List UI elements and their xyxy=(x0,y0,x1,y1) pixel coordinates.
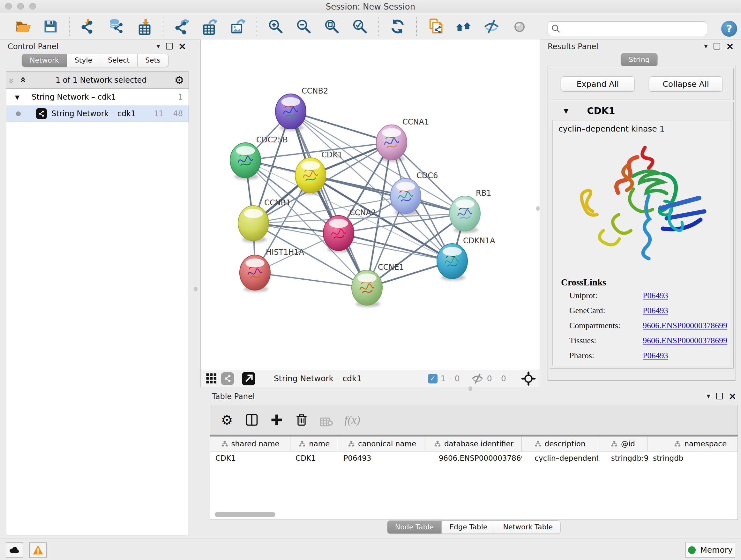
table-cell[interactable]: CDK1 xyxy=(290,451,338,466)
chevron-down-icon[interactable]: ▼ xyxy=(563,107,568,115)
zoom-out-icon[interactable] xyxy=(295,17,313,36)
network-node-CDK1[interactable]: CDK1 xyxy=(295,150,342,195)
delete-table-icon[interactable] xyxy=(318,412,335,428)
zoom-fit-icon[interactable] xyxy=(323,17,341,36)
expand-all-button[interactable]: Expand All xyxy=(561,76,635,91)
table-cell[interactable]: stringdb xyxy=(648,451,738,466)
network-node-CDC25B[interactable]: CDC25B xyxy=(230,135,288,180)
delete-column-icon[interactable] xyxy=(293,412,310,428)
crosslink-link[interactable]: P06493 xyxy=(643,291,668,300)
grid-view-icon[interactable] xyxy=(205,372,218,385)
memory-button[interactable]: Memory xyxy=(685,542,735,558)
export-image-icon[interactable] xyxy=(229,17,247,36)
splitter-handle[interactable] xyxy=(468,386,472,391)
memory-status-dot xyxy=(688,546,696,554)
network-tree-item[interactable]: String Network – cdk11148 xyxy=(6,105,189,122)
network-edge[interactable] xyxy=(291,111,367,288)
save-session-icon[interactable] xyxy=(42,17,59,36)
birdseye-target-icon[interactable] xyxy=(521,371,536,386)
function-builder-icon[interactable]: f(x) xyxy=(344,413,360,427)
panel-collapse-icon[interactable]: ▼ xyxy=(704,44,708,49)
panel-close-icon[interactable]: × xyxy=(729,393,737,399)
expand-all-icon[interactable]: » xyxy=(17,75,28,85)
collapse-all-button[interactable]: Collapse All xyxy=(649,76,723,91)
refresh-icon[interactable] xyxy=(389,17,407,36)
zoom-selected-icon[interactable] xyxy=(351,17,369,36)
import-table-file-icon[interactable] xyxy=(135,17,153,36)
collapse-all-icon[interactable]: » xyxy=(6,75,17,85)
export-network-icon[interactable] xyxy=(173,17,191,36)
network-node-CCNB2[interactable]: CCNB2 xyxy=(275,86,328,131)
warning-icon[interactable] xyxy=(29,543,47,558)
table-cell[interactable]: stringdb:9... xyxy=(598,451,648,466)
gear-icon[interactable]: ⚙ xyxy=(175,75,184,85)
column-header-database-identifier[interactable]: database identifier xyxy=(426,436,522,451)
table-cell[interactable]: CDK1 xyxy=(210,451,290,466)
search-input[interactable] xyxy=(548,21,707,36)
hidden-eye-slash-icon[interactable] xyxy=(471,373,484,384)
table-row[interactable]: CDK1CDK1P064939606.ENSP00000378699cyclin… xyxy=(210,451,738,466)
panel-float-icon[interactable] xyxy=(166,43,173,50)
column-header-shared-name[interactable]: shared name xyxy=(210,436,290,451)
gear-icon[interactable]: ⚙ xyxy=(219,412,235,428)
splitter-handle[interactable] xyxy=(536,206,540,211)
panel-close-icon[interactable]: × xyxy=(179,43,186,50)
selected-count: 1 – 0 xyxy=(441,374,460,383)
column-header-description[interactable]: description xyxy=(522,436,598,451)
network-node-CDKN1A[interactable]: CDKN1A xyxy=(437,236,495,281)
splitter-handle[interactable] xyxy=(194,287,198,292)
network-share-icon[interactable] xyxy=(221,372,234,385)
network-edge[interactable] xyxy=(255,273,367,288)
control-panel-title: Control Panel xyxy=(8,42,58,51)
external-link-icon[interactable] xyxy=(242,372,255,385)
hide-selected-icon[interactable] xyxy=(482,17,500,36)
network-node-HIST1H1A[interactable]: HIST1H1A xyxy=(240,248,305,292)
chevron-down-icon[interactable]: ▼ xyxy=(15,94,24,101)
table-cell[interactable]: cyclin–dependent ... xyxy=(522,451,598,466)
table-cell[interactable]: P06493 xyxy=(338,451,426,466)
import-network-file-icon[interactable] xyxy=(79,17,97,36)
tab-select[interactable]: Select xyxy=(100,54,138,67)
first-neighbors-icon[interactable] xyxy=(455,17,472,36)
split-columns-icon[interactable] xyxy=(244,412,260,428)
import-network-database-icon[interactable] xyxy=(107,17,125,36)
column-header-namespace[interactable]: namespace xyxy=(648,436,738,451)
open-session-icon[interactable] xyxy=(13,17,31,36)
network-node-CCNB1[interactable]: CCNB1 xyxy=(238,198,291,243)
zoom-in-icon[interactable] xyxy=(267,17,285,36)
network-node-CCNA1[interactable]: CCNA1 xyxy=(376,118,429,162)
help-icon[interactable]: ? xyxy=(721,21,737,37)
export-table-icon[interactable] xyxy=(201,17,219,36)
add-column-icon[interactable] xyxy=(268,412,285,428)
table-cell[interactable]: 9606.ENSP00000378699 xyxy=(426,451,522,466)
crosslink-link[interactable]: 9606.ENSP00000378699 xyxy=(643,321,727,330)
tab-sets[interactable]: Sets xyxy=(138,54,169,67)
network-tree-item[interactable]: ▼String Network – cdk11 xyxy=(6,89,189,105)
network-canvas[interactable]: CCNB2CCNA1CDC25BCDK1CDC6RB1CCNB1CCNA2CDK… xyxy=(201,40,536,370)
crosslink-link[interactable]: 9606.ENSP00000378699 xyxy=(643,336,727,346)
column-header-name[interactable]: name xyxy=(290,436,338,451)
tab-network-table[interactable]: Network Table xyxy=(495,520,561,534)
crosslink-link[interactable]: P06493 xyxy=(643,351,668,361)
column-header-@id[interactable]: @id xyxy=(598,436,648,451)
panel-collapse-icon[interactable]: ▼ xyxy=(156,44,160,49)
clone-network-icon[interactable] xyxy=(426,17,444,36)
show-all-icon[interactable] xyxy=(511,17,529,36)
panel-float-icon[interactable] xyxy=(714,43,720,50)
tab-node-table[interactable]: Node Table xyxy=(387,520,442,534)
crosslink-link[interactable]: P06493 xyxy=(643,306,668,315)
column-header-canonical-name[interactable]: canonical name xyxy=(338,436,426,451)
cloud-icon[interactable] xyxy=(6,543,23,558)
tab-network[interactable]: Network xyxy=(22,54,67,67)
panel-float-icon[interactable] xyxy=(716,393,723,399)
panel-close-icon[interactable]: × xyxy=(726,43,734,50)
tab-edge-table[interactable]: Edge Table xyxy=(442,520,495,534)
panel-collapse-icon[interactable]: ▼ xyxy=(706,393,711,399)
network-edge[interactable] xyxy=(311,175,465,213)
tab-string[interactable]: String xyxy=(621,53,658,66)
tab-style[interactable]: Style xyxy=(67,54,100,67)
selected-checkbox-icon[interactable]: ✓ xyxy=(428,374,437,383)
horizontal-scrollbar[interactable] xyxy=(215,512,275,517)
node-entry-header[interactable]: ▼ CDK1 xyxy=(550,102,733,119)
network-node-RB1[interactable]: RB1 xyxy=(450,189,491,233)
